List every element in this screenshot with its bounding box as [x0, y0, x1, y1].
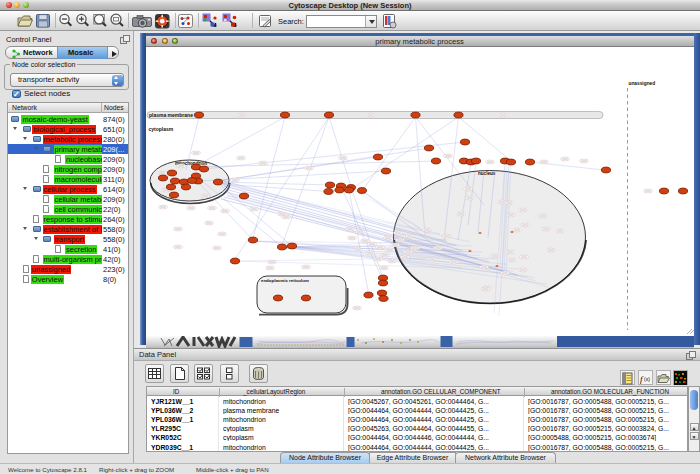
svg-text:nucleus: nucleus: [478, 171, 496, 176]
svg-text:(x): (x): [644, 376, 650, 382]
svg-text:unassigned: unassigned: [628, 81, 655, 86]
svg-text:plasma membrane: plasma membrane: [149, 112, 193, 118]
svg-text:cytoplasm: cytoplasm: [148, 126, 173, 132]
svg-text:endoplasmic reticulum: endoplasmic reticulum: [261, 278, 309, 283]
